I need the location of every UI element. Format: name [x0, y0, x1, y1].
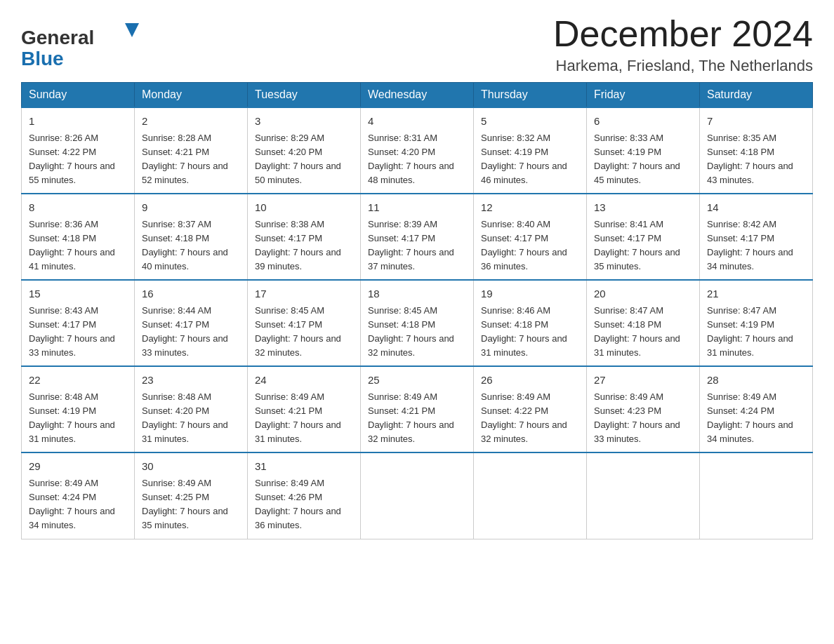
day-number: 10 [255, 200, 353, 216]
day-number: 28 [707, 373, 805, 389]
day-number: 15 [29, 286, 127, 302]
day-cell-31: 31Sunrise: 8:49 AMSunset: 4:26 PMDayligh… [248, 452, 361, 539]
day-number: 17 [255, 286, 353, 302]
day-cell-23: 23Sunrise: 8:48 AMSunset: 4:20 PMDayligh… [135, 366, 248, 452]
day-cell-15: 15Sunrise: 8:43 AMSunset: 4:17 PMDayligh… [22, 280, 135, 366]
day-info: Sunrise: 8:44 AMSunset: 4:17 PMDaylight:… [142, 304, 240, 361]
day-info: Sunrise: 8:47 AMSunset: 4:19 PMDaylight:… [707, 304, 805, 361]
week-row-2: 8Sunrise: 8:36 AMSunset: 4:18 PMDaylight… [22, 194, 813, 280]
day-number: 20 [594, 286, 692, 302]
location-subtitle: Harkema, Friesland, The Netherlands [553, 57, 813, 75]
week-row-1: 1Sunrise: 8:26 AMSunset: 4:22 PMDaylight… [22, 107, 813, 194]
day-cell-25: 25Sunrise: 8:49 AMSunset: 4:21 PMDayligh… [361, 366, 474, 452]
day-number: 1 [29, 114, 127, 130]
day-info: Sunrise: 8:28 AMSunset: 4:21 PMDaylight:… [142, 131, 240, 188]
day-cell-13: 13Sunrise: 8:41 AMSunset: 4:17 PMDayligh… [587, 194, 700, 280]
weekday-header-saturday: Saturday [700, 83, 813, 108]
weekday-header-friday: Friday [587, 83, 700, 108]
day-info: Sunrise: 8:36 AMSunset: 4:18 PMDaylight:… [29, 217, 127, 274]
week-row-4: 22Sunrise: 8:48 AMSunset: 4:19 PMDayligh… [22, 366, 813, 452]
weekday-header-wednesday: Wednesday [361, 83, 474, 108]
day-info: Sunrise: 8:45 AMSunset: 4:18 PMDaylight:… [368, 304, 466, 361]
day-number: 19 [481, 286, 579, 302]
day-number: 5 [481, 114, 579, 130]
day-info: Sunrise: 8:45 AMSunset: 4:17 PMDaylight:… [255, 304, 353, 361]
day-number: 14 [707, 200, 805, 216]
day-info: Sunrise: 8:47 AMSunset: 4:18 PMDaylight:… [594, 304, 692, 361]
day-cell-24: 24Sunrise: 8:49 AMSunset: 4:21 PMDayligh… [248, 366, 361, 452]
svg-text:Blue: Blue [21, 48, 64, 69]
day-number: 29 [29, 459, 127, 475]
logo: General Blue [21, 14, 151, 70]
day-number: 8 [29, 200, 127, 216]
day-number: 27 [594, 373, 692, 389]
calendar-table: SundayMondayTuesdayWednesdayThursdayFrid… [21, 82, 813, 539]
day-info: Sunrise: 8:37 AMSunset: 4:18 PMDaylight:… [142, 217, 240, 274]
day-info: Sunrise: 8:46 AMSunset: 4:18 PMDaylight:… [481, 304, 579, 361]
day-cell-20: 20Sunrise: 8:47 AMSunset: 4:18 PMDayligh… [587, 280, 700, 366]
day-number: 9 [142, 200, 240, 216]
day-info: Sunrise: 8:38 AMSunset: 4:17 PMDaylight:… [255, 217, 353, 274]
day-number: 18 [368, 286, 466, 302]
day-cell-27: 27Sunrise: 8:49 AMSunset: 4:23 PMDayligh… [587, 366, 700, 452]
day-cell-2: 2Sunrise: 8:28 AMSunset: 4:21 PMDaylight… [135, 107, 248, 194]
day-cell-3: 3Sunrise: 8:29 AMSunset: 4:20 PMDaylight… [248, 107, 361, 194]
day-cell-7: 7Sunrise: 8:35 AMSunset: 4:18 PMDaylight… [700, 107, 813, 194]
day-cell-5: 5Sunrise: 8:32 AMSunset: 4:19 PMDaylight… [474, 107, 587, 194]
day-info: Sunrise: 8:48 AMSunset: 4:19 PMDaylight:… [29, 390, 127, 447]
empty-cell [474, 452, 587, 539]
day-number: 3 [255, 114, 353, 130]
day-info: Sunrise: 8:49 AMSunset: 4:26 PMDaylight:… [255, 476, 353, 533]
svg-text:General: General [21, 27, 94, 48]
day-info: Sunrise: 8:49 AMSunset: 4:24 PMDaylight:… [29, 476, 127, 533]
week-row-5: 29Sunrise: 8:49 AMSunset: 4:24 PMDayligh… [22, 452, 813, 539]
day-info: Sunrise: 8:42 AMSunset: 4:17 PMDaylight:… [707, 217, 805, 274]
day-number: 4 [368, 114, 466, 130]
day-cell-29: 29Sunrise: 8:49 AMSunset: 4:24 PMDayligh… [22, 452, 135, 539]
day-info: Sunrise: 8:26 AMSunset: 4:22 PMDaylight:… [29, 131, 127, 188]
day-cell-17: 17Sunrise: 8:45 AMSunset: 4:17 PMDayligh… [248, 280, 361, 366]
day-number: 22 [29, 373, 127, 389]
day-number: 11 [368, 200, 466, 216]
day-info: Sunrise: 8:40 AMSunset: 4:17 PMDaylight:… [481, 217, 579, 274]
empty-cell [587, 452, 700, 539]
day-cell-14: 14Sunrise: 8:42 AMSunset: 4:17 PMDayligh… [700, 194, 813, 280]
day-number: 24 [255, 373, 353, 389]
day-info: Sunrise: 8:49 AMSunset: 4:22 PMDaylight:… [481, 390, 579, 447]
day-number: 21 [707, 286, 805, 302]
day-cell-28: 28Sunrise: 8:49 AMSunset: 4:24 PMDayligh… [700, 366, 813, 452]
day-number: 13 [594, 200, 692, 216]
day-cell-19: 19Sunrise: 8:46 AMSunset: 4:18 PMDayligh… [474, 280, 587, 366]
day-info: Sunrise: 8:49 AMSunset: 4:24 PMDaylight:… [707, 390, 805, 447]
day-cell-12: 12Sunrise: 8:40 AMSunset: 4:17 PMDayligh… [474, 194, 587, 280]
day-cell-1: 1Sunrise: 8:26 AMSunset: 4:22 PMDaylight… [22, 107, 135, 194]
title-block: December 2024 Harkema, Friesland, The Ne… [553, 14, 813, 75]
day-cell-6: 6Sunrise: 8:33 AMSunset: 4:19 PMDaylight… [587, 107, 700, 194]
day-cell-16: 16Sunrise: 8:44 AMSunset: 4:17 PMDayligh… [135, 280, 248, 366]
day-cell-21: 21Sunrise: 8:47 AMSunset: 4:19 PMDayligh… [700, 280, 813, 366]
day-cell-11: 11Sunrise: 8:39 AMSunset: 4:17 PMDayligh… [361, 194, 474, 280]
weekday-header-sunday: Sunday [22, 83, 135, 108]
weekday-header-monday: Monday [135, 83, 248, 108]
day-info: Sunrise: 8:49 AMSunset: 4:21 PMDaylight:… [368, 390, 466, 447]
day-info: Sunrise: 8:32 AMSunset: 4:19 PMDaylight:… [481, 131, 579, 188]
day-number: 7 [707, 114, 805, 130]
week-row-3: 15Sunrise: 8:43 AMSunset: 4:17 PMDayligh… [22, 280, 813, 366]
empty-cell [700, 452, 813, 539]
day-cell-9: 9Sunrise: 8:37 AMSunset: 4:18 PMDaylight… [135, 194, 248, 280]
day-number: 16 [142, 286, 240, 302]
day-number: 31 [255, 459, 353, 475]
empty-cell [361, 452, 474, 539]
day-number: 2 [142, 114, 240, 130]
weekday-header-thursday: Thursday [474, 83, 587, 108]
day-info: Sunrise: 8:29 AMSunset: 4:20 PMDaylight:… [255, 131, 353, 188]
day-number: 23 [142, 373, 240, 389]
day-number: 26 [481, 373, 579, 389]
day-number: 12 [481, 200, 579, 216]
day-cell-30: 30Sunrise: 8:49 AMSunset: 4:25 PMDayligh… [135, 452, 248, 539]
day-cell-4: 4Sunrise: 8:31 AMSunset: 4:20 PMDaylight… [361, 107, 474, 194]
month-title: December 2024 [553, 14, 813, 54]
day-info: Sunrise: 8:39 AMSunset: 4:17 PMDaylight:… [368, 217, 466, 274]
day-cell-8: 8Sunrise: 8:36 AMSunset: 4:18 PMDaylight… [22, 194, 135, 280]
day-cell-10: 10Sunrise: 8:38 AMSunset: 4:17 PMDayligh… [248, 194, 361, 280]
